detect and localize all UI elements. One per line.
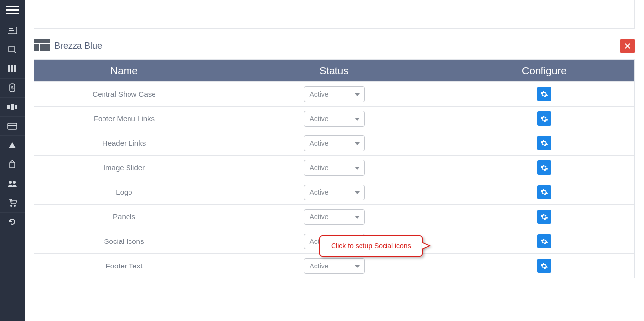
callout-text: Click to setup Social icons xyxy=(331,242,411,250)
gear-icon xyxy=(541,115,548,123)
svg-rect-21 xyxy=(40,44,50,51)
svg-rect-19 xyxy=(34,39,50,43)
svg-rect-20 xyxy=(34,44,39,51)
table-row: Panels Active xyxy=(34,204,634,229)
configure-button[interactable] xyxy=(537,259,551,273)
gear-icon xyxy=(541,164,548,172)
gear-icon xyxy=(541,90,548,98)
nav-item-3[interactable] xyxy=(0,59,25,78)
panel-header: Brezza Blue ✕ xyxy=(34,39,635,53)
layout-icon xyxy=(34,39,50,53)
svg-point-16 xyxy=(13,181,16,184)
svg-point-18 xyxy=(14,205,16,207)
status-value: Active xyxy=(310,115,329,123)
theme-title: Brezza Blue xyxy=(54,41,102,51)
gear-icon xyxy=(541,188,548,196)
main-content: Brezza Blue ✕ Name Status Configure Cent… xyxy=(25,0,644,321)
status-value: Active xyxy=(310,164,329,172)
row-name: Panels xyxy=(34,213,214,221)
svg-rect-12 xyxy=(15,105,17,109)
menu-toggle[interactable] xyxy=(0,0,25,21)
svg-rect-14 xyxy=(8,125,17,126)
status-value: Active xyxy=(310,90,329,98)
gear-icon xyxy=(541,213,548,221)
nav-item-11[interactable] xyxy=(0,212,25,231)
top-card xyxy=(34,0,635,29)
table-row: Logo Active xyxy=(34,180,634,204)
status-select[interactable]: Active xyxy=(304,209,365,225)
header-configure: Configure xyxy=(454,65,634,77)
svg-rect-10 xyxy=(7,105,10,109)
header-status: Status xyxy=(214,65,454,77)
status-select[interactable]: Active xyxy=(304,160,365,176)
row-name: Image Slider xyxy=(34,163,214,172)
row-name: Footer Text xyxy=(34,262,214,270)
table-row: Footer Menu Links Active xyxy=(34,106,634,131)
close-button[interactable]: ✕ xyxy=(620,39,635,53)
svg-point-17 xyxy=(10,205,12,207)
row-name: Central Show Case xyxy=(34,90,214,98)
svg-rect-6 xyxy=(8,65,10,72)
nav-item-4[interactable]: $ xyxy=(0,78,25,97)
table-row: Image Slider Active xyxy=(34,155,634,180)
status-select[interactable]: Active xyxy=(304,111,365,127)
status-value: Active xyxy=(310,139,329,147)
configure-button[interactable] xyxy=(537,210,551,224)
configure-button[interactable] xyxy=(537,160,551,175)
svg-rect-5 xyxy=(9,30,14,31)
header-name: Name xyxy=(34,65,214,77)
nav-item-9[interactable] xyxy=(0,174,25,193)
nav-item-5[interactable] xyxy=(0,97,25,116)
table-row: Central Show Case Active xyxy=(34,81,634,106)
nav-item-6[interactable] xyxy=(0,116,25,135)
status-value: Active xyxy=(310,188,329,196)
status-select[interactable]: Active xyxy=(304,135,365,151)
svg-point-15 xyxy=(9,181,12,184)
nav-item-1[interactable] xyxy=(0,21,25,40)
nav-item-7[interactable] xyxy=(0,135,25,155)
svg-rect-11 xyxy=(11,104,14,110)
row-name: Logo xyxy=(34,188,214,196)
tooltip-callout: Click to setup Social icons xyxy=(319,235,423,257)
table-row: Footer Text Active xyxy=(34,253,634,278)
row-name: Header Links xyxy=(34,139,214,147)
gear-icon xyxy=(541,262,548,270)
svg-rect-8 xyxy=(14,65,16,72)
configure-button[interactable] xyxy=(537,111,551,126)
nav-item-10[interactable] xyxy=(0,193,25,212)
svg-rect-2 xyxy=(6,13,19,14)
status-value: Active xyxy=(310,213,329,221)
components-table: Name Status Configure Central Show Case … xyxy=(34,59,635,278)
table-row: Header Links Active xyxy=(34,131,634,155)
configure-button[interactable] xyxy=(537,87,551,101)
row-name: Footer Menu Links xyxy=(34,114,214,123)
configure-button[interactable] xyxy=(537,185,551,199)
svg-rect-1 xyxy=(6,9,19,11)
svg-rect-7 xyxy=(11,65,13,72)
table-row: Social Icons Active Click to setup Socia… xyxy=(34,229,634,253)
table-header: Name Status Configure xyxy=(34,60,634,81)
nav-item-8[interactable] xyxy=(0,155,25,174)
configure-button[interactable] xyxy=(537,234,551,248)
close-icon: ✕ xyxy=(624,41,631,52)
nav-item-2[interactable] xyxy=(0,40,25,59)
row-name: Social Icons xyxy=(34,237,214,245)
status-select[interactable]: Active xyxy=(304,258,365,274)
configure-button[interactable] xyxy=(537,136,551,150)
svg-rect-4 xyxy=(9,28,13,29)
gear-icon xyxy=(541,139,548,147)
sidebar: $ xyxy=(0,0,25,321)
svg-rect-0 xyxy=(6,6,19,7)
status-select[interactable]: Active xyxy=(304,185,365,200)
gear-icon xyxy=(541,238,548,245)
status-value: Active xyxy=(310,262,329,270)
svg-text:$: $ xyxy=(11,85,13,90)
status-select[interactable]: Active xyxy=(304,86,365,102)
